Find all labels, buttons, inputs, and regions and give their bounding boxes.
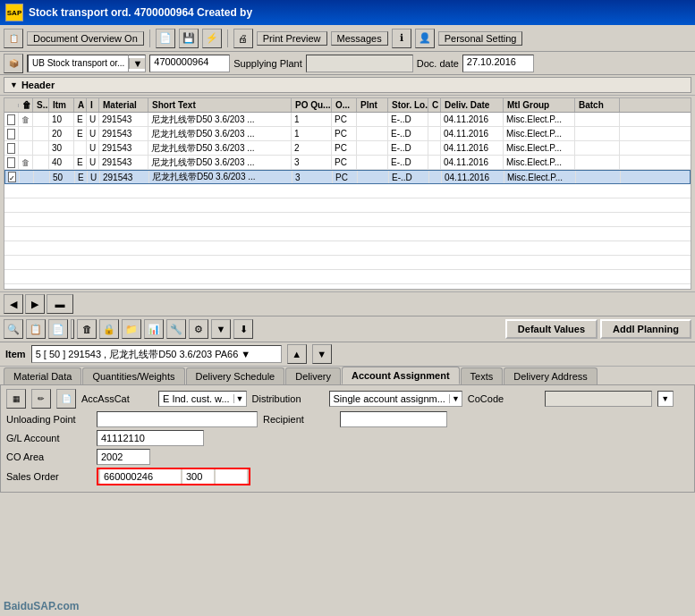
row-checkbox[interactable] [4, 113, 19, 126]
scroll-right-btn[interactable]: ▶ [25, 294, 45, 314]
row-a: E [74, 113, 87, 126]
header-row[interactable]: ▼ Header [4, 77, 691, 93]
row-plnt [357, 127, 388, 140]
bt-icon-5[interactable]: 🗑 [77, 319, 97, 339]
tab-material-data[interactable]: Material Data [4, 367, 81, 384]
recipient-input[interactable] [340, 411, 447, 427]
order-type-arrow[interactable]: ▼ [129, 58, 145, 69]
row-del-icon[interactable] [20, 171, 34, 183]
table-row[interactable]: 🗑 40 E U 291543 尼龙扎线带D50 3.6/203 ... 3 P… [4, 156, 691, 170]
th-material: Material [99, 98, 148, 112]
unloading-point-input[interactable] [97, 411, 258, 427]
item-up-btn[interactable]: ▲ [287, 344, 307, 364]
bt-icon-7[interactable]: 📁 [122, 319, 141, 339]
row-a [74, 141, 87, 155]
shortcut-icon[interactable]: ⚡ [202, 29, 222, 48]
tab-icon-2[interactable]: ✏ [31, 389, 51, 409]
bt-icon-2[interactable]: 📋 [26, 319, 46, 339]
save-icon[interactable]: 💾 [179, 29, 199, 48]
row-o: PC [333, 171, 358, 183]
row-storlo: E-..D [388, 141, 428, 155]
doc-overview-icon[interactable]: 📋 [4, 29, 23, 48]
sap-icon: SAP [5, 4, 23, 21]
accasscat-arrow[interactable]: ▼ [233, 394, 246, 403]
document-overview-label: Document Overview On [33, 33, 138, 44]
row-i: U [87, 127, 99, 140]
row-checkbox[interactable] [4, 127, 19, 140]
row-checkbox[interactable] [4, 141, 19, 155]
order-number-input[interactable]: 4700000964 [149, 55, 230, 72]
salesorder-sub-input[interactable] [216, 469, 247, 484]
personal-setting-icon[interactable]: 👤 [415, 29, 435, 48]
row-a: E [74, 127, 87, 140]
default-values-btn[interactable]: Default Values [505, 319, 598, 339]
row-i: U [87, 141, 99, 155]
row-delivdate: 04.11.2016 [441, 156, 504, 169]
row-del-icon[interactable]: 🗑 [19, 156, 33, 169]
row-del-icon[interactable] [19, 141, 33, 155]
row-checkbox[interactable] [4, 156, 19, 169]
bt-icon-8[interactable]: 📊 [144, 319, 164, 339]
print-preview-btn[interactable]: Print Preview [257, 31, 327, 46]
tab-texts[interactable]: Texts [461, 367, 504, 384]
cocode-dropdown[interactable]: ▼ [657, 391, 674, 407]
personal-setting-btn[interactable]: Personal Setting [438, 31, 523, 46]
scroll-handle[interactable]: ▬ [47, 294, 73, 314]
bt-icon-10[interactable]: ⚙ [189, 319, 208, 339]
empty-table-row [4, 270, 691, 284]
separator-1 [149, 30, 150, 47]
row-itm: 10 [49, 113, 74, 126]
coarea-input[interactable] [97, 449, 150, 465]
bt-icon-6[interactable]: 🔒 [99, 319, 119, 339]
distribution-arrow[interactable]: ▼ [449, 394, 462, 403]
accasscat-combo[interactable]: E Ind. cust. w... ▼ [158, 391, 247, 407]
supplying-plant-input[interactable] [306, 55, 413, 72]
distribution-combo[interactable]: Single account assignm... ▼ [329, 391, 462, 407]
document-overview-btn[interactable]: Document Overview On [27, 31, 144, 46]
table-row[interactable]: 🗑 10 E U 291543 尼龙扎线带D50 3.6/203 ... 1 P… [4, 113, 691, 127]
distribution-value: Single account assignm... [330, 392, 449, 405]
tab-icon-1[interactable]: ▦ [6, 389, 26, 409]
table-row[interactable]: 30 U 291543 尼龙扎线带D50 3.6/203 ... 2 PC E-… [4, 141, 691, 156]
bt-icon-1[interactable]: 🔍 [4, 319, 23, 339]
messages-btn[interactable]: Messages [331, 31, 388, 46]
bt-icon-12[interactable]: ⬇ [233, 319, 253, 339]
row-mtlgroup: Misc.Elect.P... [504, 156, 575, 169]
table-row[interactable]: 50 E U 291543 尼龙扎线带D50 3.6/203 ... 3 PC … [4, 170, 691, 184]
tabs-row: Material DataQuantities/WeightsDelivery … [0, 367, 695, 384]
item-combo-container[interactable]: 5 [ 50 ] 291543 , 尼龙扎线带D50 3.6/203 PA66 … [31, 345, 282, 363]
bt-icon-3[interactable]: 📄 [48, 319, 68, 339]
bt-icon-4[interactable] [71, 319, 74, 339]
row-del-icon[interactable] [19, 127, 33, 140]
row-c [428, 156, 441, 169]
row-checkbox[interactable] [5, 171, 20, 183]
scroll-left-btn[interactable]: ◀ [4, 294, 23, 314]
glaccount-input[interactable] [97, 430, 204, 446]
tab-delivery[interactable]: Delivery [285, 367, 341, 384]
addl-planning-btn[interactable]: Addl Planning [600, 319, 691, 339]
item-down-btn[interactable]: ▼ [312, 344, 332, 364]
tab-icon-3[interactable]: 📄 [56, 389, 76, 409]
cocode-input[interactable] [545, 391, 652, 407]
new-doc-icon[interactable]: 📄 [156, 29, 175, 48]
table-row[interactable]: 20 E U 291543 尼龙扎线带D50 3.6/203 ... 1 PC … [4, 127, 691, 141]
row-itm: 50 [50, 171, 75, 183]
row-c [428, 127, 441, 140]
order-type-combo[interactable]: UB Stock transport or... [28, 55, 129, 72]
salesorder-label: Sales Order [6, 471, 91, 482]
row-i: U [87, 156, 99, 169]
unloading-point-label: Unloading Point [6, 414, 91, 425]
print-icon[interactable]: 🖨 [233, 29, 253, 48]
tab-delivery-schedule[interactable]: Delivery Schedule [186, 367, 285, 384]
info-icon[interactable]: ℹ [392, 29, 411, 48]
row-del-icon[interactable]: 🗑 [19, 113, 33, 126]
item-combo-value: 5 [ 50 ] 291543 , 尼龙扎线带D50 3.6/203 PA66 … [32, 347, 255, 362]
salesorder-item-input[interactable] [182, 469, 214, 484]
bt-icon-11[interactable]: ▼ [211, 319, 231, 339]
tab-account-assignment[interactable]: Account Assignment [342, 367, 460, 384]
tab-quantities-weights[interactable]: Quantities/Weights [82, 367, 184, 384]
bt-icon-9[interactable]: 🔧 [166, 319, 186, 339]
tab-delivery-address[interactable]: Delivery Address [504, 367, 598, 384]
salesorder-input[interactable] [100, 469, 181, 484]
doc-date-input[interactable]: 27.10.2016 [462, 55, 534, 72]
